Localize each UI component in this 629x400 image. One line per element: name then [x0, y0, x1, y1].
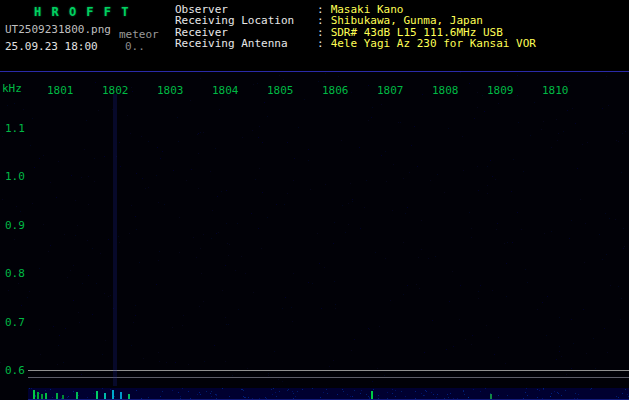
- spectrogram-plot: kHz 180118021803180418051806180718081809…: [0, 72, 629, 400]
- signal-activity-mark: [33, 390, 35, 399]
- signal-activity-mark: [112, 390, 114, 399]
- y-tick-label: 1.1: [5, 122, 25, 135]
- station-info-table: Observer:Masaki Kano Receiving Location:…: [175, 4, 536, 50]
- y-tick-label: 0.6: [5, 364, 25, 377]
- signal-activity-mark: [128, 394, 130, 399]
- x-tick-label: 1806: [322, 84, 349, 97]
- y-tick-label: 0.8: [5, 267, 25, 280]
- info-value: 4ele Yagi Az 230 for Kansai VOR: [331, 38, 536, 49]
- y-tick-label: 0.9: [5, 219, 25, 232]
- info-row: Receiving Antenna:4ele Yagi Az 230 for K…: [175, 38, 536, 49]
- signal-activity-mark: [45, 393, 47, 399]
- output-filename: UT2509231800.png: [5, 23, 111, 36]
- signal-strip-noise: [28, 388, 29, 389]
- x-tick-label: 1807: [377, 84, 404, 97]
- signal-activity-mark: [37, 392, 39, 399]
- y-axis-unit-label: kHz: [2, 82, 22, 95]
- info-colon: :: [317, 38, 324, 49]
- carrier-line: [28, 370, 629, 371]
- signal-activity-mark: [56, 393, 58, 399]
- info-label: Receiving Antenna: [175, 38, 317, 49]
- x-tick-label: 1808: [432, 84, 459, 97]
- signal-activity-mark: [371, 391, 373, 399]
- signal-activity-mark: [62, 395, 64, 399]
- signal-activity-mark: [76, 392, 78, 399]
- signal-activity-mark: [490, 394, 492, 399]
- signal-activity-mark: [96, 391, 98, 399]
- signal-strength-strip: [28, 388, 629, 400]
- spectrogram-noise: [0, 72, 1, 73]
- counter-text: 0..: [125, 40, 145, 53]
- vertical-noise-band: [113, 94, 117, 386]
- app-title: H R O F F T: [34, 5, 130, 19]
- x-tick-label: 1805: [267, 84, 294, 97]
- x-tick-label: 1803: [157, 84, 184, 97]
- y-tick-label: 0.7: [5, 316, 25, 329]
- carrier-line: [28, 377, 629, 378]
- signal-activity-mark: [104, 393, 106, 399]
- hrofft-output-image: { "header": { "app_title": "H R O F F T"…: [0, 0, 629, 400]
- x-tick-label: 1810: [542, 84, 569, 97]
- x-tick-label: 1801: [47, 84, 74, 97]
- timestamp: 25.09.23 18:00: [5, 40, 98, 53]
- x-tick-label: 1804: [212, 84, 239, 97]
- y-tick-label: 1.0: [5, 170, 25, 183]
- x-tick-label: 1809: [487, 84, 514, 97]
- signal-activity-mark: [120, 392, 122, 399]
- signal-activity-mark: [41, 394, 43, 399]
